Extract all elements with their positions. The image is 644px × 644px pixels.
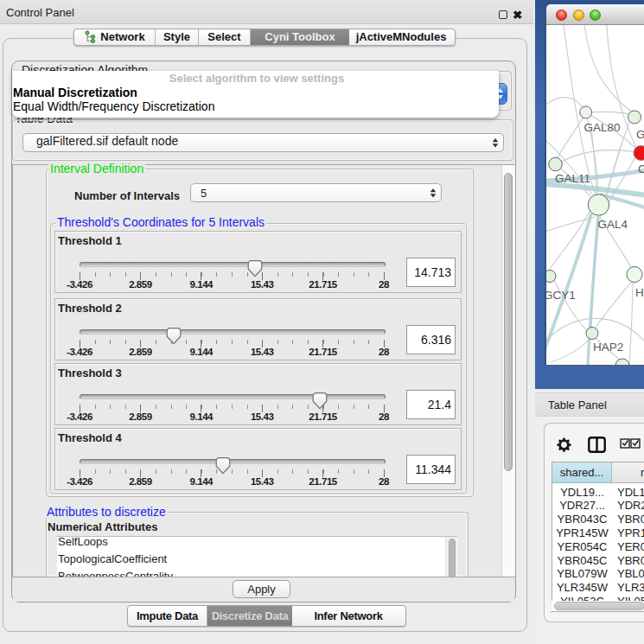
- svg-text:H: H: [635, 286, 644, 299]
- svg-text:GAL80: GAL80: [584, 121, 621, 134]
- svg-text:HAP2: HAP2: [593, 341, 623, 354]
- svg-text:GCY1: GCY1: [546, 289, 576, 302]
- svg-text:C: C: [638, 163, 644, 175]
- svg-text:GAL4: GAL4: [598, 218, 628, 231]
- svg-text:GAL11: GAL11: [555, 172, 590, 185]
- svg-text:G.: G.: [636, 128, 644, 141]
